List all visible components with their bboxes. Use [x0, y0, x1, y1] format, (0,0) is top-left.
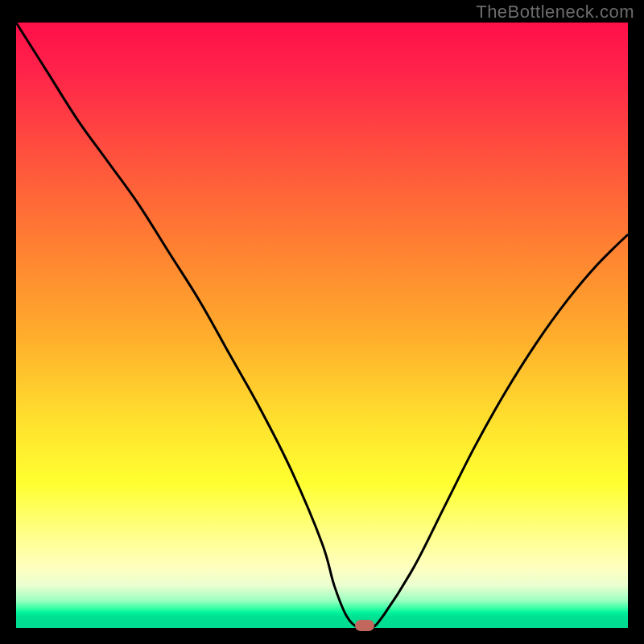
optimal-marker	[355, 620, 374, 631]
curve-path	[16, 23, 628, 630]
watermark-text: TheBottleneck.com	[476, 2, 634, 23]
plot-area	[16, 23, 628, 628]
bottleneck-curve	[16, 23, 628, 628]
chart-frame: TheBottleneck.com	[0, 0, 644, 644]
